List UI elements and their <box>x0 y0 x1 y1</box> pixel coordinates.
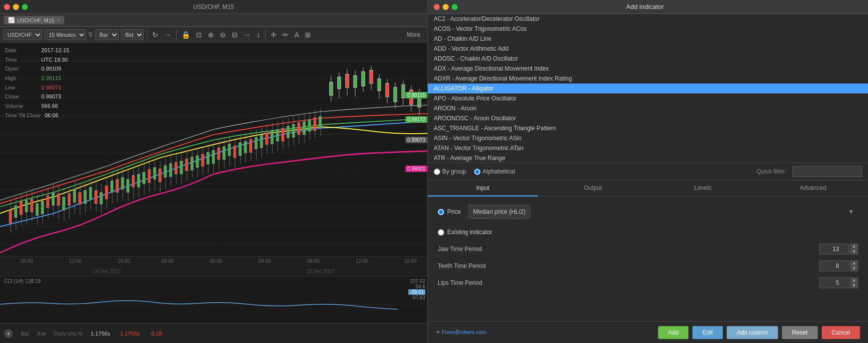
add-custom-button[interactable]: Add custom <box>727 326 778 339</box>
tab-usdchf[interactable]: 📈 USD/CHF, M15 ✕ <box>4 16 64 24</box>
indicator-aroon[interactable]: AROON - Aroon <box>428 103 868 113</box>
close-btn[interactable] <box>4 4 10 10</box>
charttype-select[interactable]: Bar <box>95 29 119 40</box>
svg-rect-10 <box>354 76 357 87</box>
radio-bygroup[interactable]: By group <box>434 168 466 175</box>
jaw-down-btn[interactable]: ▼ <box>850 249 858 255</box>
refresh-btn[interactable]: ↻ <box>150 30 160 40</box>
text-btn[interactable]: A <box>292 30 301 40</box>
low-value: 0.99073 <box>41 83 61 92</box>
minimize-btn[interactable] <box>13 4 19 10</box>
indicator-add[interactable]: ADD - Vector Arithmetic Add <box>428 44 868 54</box>
tab-advanced[interactable]: Advanced <box>758 180 868 196</box>
svg-rect-86 <box>164 166 167 177</box>
zoom-in-btn[interactable]: ⊕ <box>206 30 216 40</box>
time-04: 04:00 <box>259 258 271 264</box>
timeframe-select[interactable]: 15 Minutes <box>44 29 86 40</box>
svg-rect-106 <box>217 148 220 160</box>
svg-rect-114 <box>239 143 241 156</box>
svg-rect-92 <box>180 161 183 174</box>
more-btn[interactable]: More <box>403 30 424 39</box>
source-price-label: Price <box>447 208 461 215</box>
lips-input[interactable] <box>819 277 849 288</box>
teeth-input[interactable] <box>819 260 849 271</box>
indicator-alligator[interactable]: ALLIGATOR - Alligator <box>428 84 868 93</box>
indicator-list[interactable]: AC2 - Accelerator/Decelerator Oscillator… <box>428 14 868 163</box>
svg-rect-144 <box>319 116 321 128</box>
tab-input[interactable]: Input <box>428 180 538 196</box>
tab-levels[interactable]: Levels <box>648 180 758 196</box>
lock-btn[interactable]: 🔒 <box>180 30 192 40</box>
add-panel-btn[interactable]: + <box>4 329 13 338</box>
existing-indicator-radio[interactable]: Existing indicator <box>438 229 858 236</box>
indicator-asin[interactable]: ASIN - Vector Trigonometric ASin <box>428 133 868 143</box>
date-label: Date <box>5 46 37 55</box>
tab-output[interactable]: Output <box>538 180 648 196</box>
radio-alphabetical[interactable]: Alphabetical <box>474 168 515 175</box>
arrow-btn[interactable]: → <box>162 30 173 40</box>
ai-close-btn[interactable] <box>434 4 440 10</box>
crosshair-btn[interactable]: ✛ <box>269 30 279 40</box>
symbol-select[interactable]: USD/CHF <box>3 29 42 40</box>
jaw-up-btn[interactable]: ▲ <box>850 244 858 249</box>
indicator-adosc[interactable]: ADOSC - Chaikin A/D Oscillator <box>428 54 868 64</box>
source-price-radio[interactable]: Price <box>438 208 461 215</box>
open-label: Open <box>5 64 37 74</box>
ai-min-btn[interactable] <box>443 4 449 10</box>
tab-chart-icon: 📈 <box>8 17 15 23</box>
teeth-down-btn[interactable]: ▼ <box>850 266 858 271</box>
radio-bygroup-input[interactable] <box>434 169 440 175</box>
brand-text: ForexBrokers.com <box>442 329 486 335</box>
indicator-ac2[interactable]: AC2 - Accelerator/Decelerator Oscillator <box>428 14 868 24</box>
svg-rect-140 <box>308 120 311 132</box>
zoom-fit-btn[interactable]: ⊡ <box>194 30 204 40</box>
indicator-ad[interactable]: AD - Chaikin A/D Line <box>428 34 868 44</box>
lips-down-btn[interactable]: ▼ <box>850 283 858 288</box>
pricetype-select[interactable]: Bid <box>121 29 144 40</box>
expand-btn[interactable]: ↔ <box>242 30 253 40</box>
indicator-atr[interactable]: ATR - Average True Range <box>428 153 868 163</box>
radio-alpha-input[interactable] <box>474 169 481 175</box>
indicator-acos[interactable]: ACOS - Vector Trigonometric ACos <box>428 24 868 34</box>
indicator-adx[interactable]: ADX - Average Directional Movement Index <box>428 64 868 74</box>
svg-rect-130 <box>282 128 284 141</box>
height-btn[interactable]: ↕ <box>255 30 262 40</box>
zoom-custom-btn[interactable]: ⊟ <box>230 30 240 40</box>
source-price-input[interactable] <box>438 209 444 215</box>
svg-rect-64 <box>105 186 108 199</box>
cancel-button[interactable]: Cancel <box>822 326 860 339</box>
reset-button[interactable]: Reset <box>782 326 817 339</box>
quick-filter-input[interactable] <box>792 166 862 177</box>
indicator-adxr[interactable]: ADXR - Average Directional Movement Inde… <box>428 74 868 84</box>
date-axis: 14 Dec 2017 15 Dec 2017 <box>0 266 427 276</box>
svg-rect-18 <box>386 84 388 96</box>
zoom-out-btn[interactable]: ⊖ <box>218 30 228 40</box>
indicator-atan[interactable]: ATAN - Vector Trigonometric ATan <box>428 143 868 153</box>
teeth-up-btn[interactable]: ▲ <box>850 260 858 266</box>
svg-rect-90 <box>175 162 177 174</box>
add-indicator-titlebar: Add indicator <box>428 0 868 14</box>
jaw-input[interactable] <box>819 244 849 255</box>
sub-val-3: -39.31 <box>408 289 425 295</box>
draw-btn[interactable]: ✏ <box>281 30 290 40</box>
svg-rect-124 <box>266 133 268 145</box>
layers-btn[interactable]: ⊞ <box>303 30 313 40</box>
teeth-label: Teeth Time Period <box>438 262 527 269</box>
edit-button[interactable]: Edit <box>692 326 723 339</box>
indicator-apo[interactable]: APO - Absolute Price Oscillator <box>428 93 868 103</box>
ai-max-btn[interactable] <box>452 4 458 10</box>
high-label: High <box>5 74 37 83</box>
maximize-btn[interactable] <box>22 4 28 10</box>
lips-up-btn[interactable]: ▲ <box>850 277 858 283</box>
chg-label: Daily chg % <box>54 331 83 337</box>
indicator-asc-triangle[interactable]: ASC_TRIANGLE - Ascending Triangle Patter… <box>428 123 868 133</box>
tab-close-icon[interactable]: ✕ <box>56 17 60 23</box>
volume-label: Volume <box>5 101 37 111</box>
svg-rect-32 <box>20 202 22 215</box>
source-dropdown[interactable]: Median price (HL/2) <box>469 205 530 219</box>
teeth-input-wrapper: ▲ ▼ <box>527 260 858 271</box>
add-button[interactable]: Add <box>658 326 688 339</box>
chart-panel: USD/CHF, M15 📈 USD/CHF, M15 ✕ USD/CHF 15… <box>0 0 428 343</box>
indicator-aroonosc[interactable]: AROONOSC - Aroon Oscillator <box>428 113 868 123</box>
existing-radio-input[interactable] <box>438 229 444 236</box>
